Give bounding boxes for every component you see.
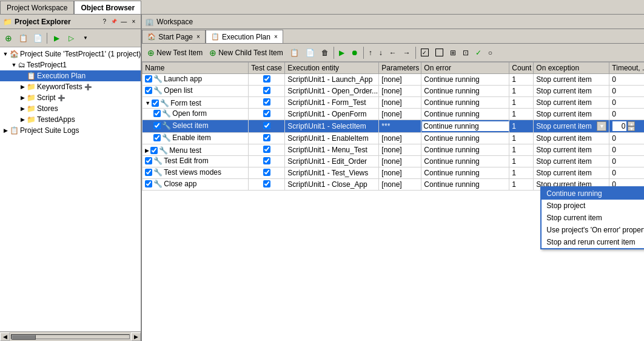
circle-btn[interactable]: ○ [485,46,495,60]
run2-btn[interactable]: ▷ [64,32,78,45]
expander-testedapps[interactable]: ▶ [18,115,27,124]
testcase-check[interactable] [263,180,270,187]
expander-stores[interactable]: ▶ [18,104,27,113]
tree-item-script[interactable]: ▶ 📁 Script ➕ [0,92,141,103]
left-ep-btn[interactable]: ← [386,46,400,60]
check-menu-test[interactable] [150,147,158,154]
tab-project-workspace[interactable]: Project Workspace [0,1,74,14]
table-row[interactable]: 🔧 Test views modes Script\Unit1 - Test_V… [143,167,644,179]
table-container[interactable]: Name Test case Execution entity Paramete… [142,62,644,341]
timeout-input[interactable] [612,121,627,132]
table-row[interactable]: 🔧 Test Edit from Script\Unit1 - Edit_Ord… [143,156,644,167]
cell-onerror-select-item[interactable]: ▼ [421,120,509,133]
dropdown-item-continue[interactable]: Continue running [542,187,644,200]
up-ep-btn[interactable]: ↑ [366,46,375,60]
table-row[interactable]: 🔧 Open form Script\Unit1 - OpenForm [non… [143,109,644,120]
table-row[interactable]: 🔧 Launch app Script\Unit1 - Launch_App [… [143,74,644,86]
testcase-check[interactable] [263,122,270,129]
table-row[interactable]: ▼ 🔧 Form test Script\Unit1 - Form_Test [… [143,97,644,109]
tree-item-kwtests[interactable]: ▶ 📁 KeywordTests ➕ [0,81,141,92]
expander-script[interactable]: ▶ [18,93,27,102]
list-view-btn[interactable]: ⊡ [460,46,472,60]
onerror-dropdown-cell[interactable]: ▼ [421,121,509,132]
timeout-spin-up[interactable]: ▲ [628,121,635,126]
tree-item-project1[interactable]: ▼ 🗂 TestProject1 [0,59,141,70]
check-select-item[interactable] [153,122,161,129]
check-enable-item[interactable] [153,134,161,141]
left-panel-scrollbar[interactable]: ◀ ▶ [0,331,141,341]
help-icon-btn[interactable]: ? [100,18,109,26]
testcase-check[interactable] [263,75,270,83]
check-test-edit[interactable] [145,157,152,164]
dropdown-item-stop-current[interactable]: Stop current item [542,212,644,224]
kwtests-add-icon[interactable]: ➕ [84,84,92,90]
table-row[interactable]: 🔧 Open list Script\Unit1 - Open_Order...… [143,86,644,97]
check-icon-btn[interactable]: ✓ [472,46,485,60]
scroll-right-btn[interactable]: ▶ [131,333,141,341]
check-test-views[interactable] [145,169,152,176]
run-btn[interactable]: ▶ [50,32,63,45]
new-test-item-btn[interactable]: ⊕ New Test Item [144,46,206,60]
script-add-icon[interactable]: ➕ [58,95,65,101]
paste-btn[interactable]: 📄 [31,32,44,45]
record-ep-btn[interactable]: ⏺ [348,46,361,60]
tab-start-page[interactable]: 🏠 Start Page × [142,30,206,43]
new-child-test-item-btn[interactable]: ⊕ New Child Test Item [206,46,286,60]
testcase-check[interactable] [263,157,270,164]
exec-plan-close[interactable]: × [274,33,278,40]
timeout-spin[interactable]: ▲ ▼ [612,121,644,132]
check-form-test[interactable] [152,100,159,107]
testcase-check[interactable] [263,134,270,141]
expander-menu-test[interactable]: ▶ [145,147,149,154]
scroll-thumb[interactable] [12,335,36,340]
uncheck-all-btn[interactable] [432,46,446,60]
dropdown-item-stop-rerun[interactable]: Stop and rerun current item [542,236,644,248]
exception-dropdown-cell[interactable]: Stop current item ▼ [536,121,606,131]
exception-dropdown-btn[interactable]: ▼ [597,121,606,131]
start-page-close[interactable]: × [196,33,200,40]
run-ep-btn[interactable]: ▶ [336,46,347,60]
testcase-check[interactable] [263,110,270,117]
dropdown-btn[interactable]: ▼ [79,32,92,45]
close-icon-btn[interactable]: × [129,18,138,26]
cell-timeout-select-item[interactable]: ▲ ▼ [609,120,644,133]
expander-suitelogs[interactable]: ▶ [1,126,10,135]
delete-ep-btn[interactable]: 🗑 [318,46,332,60]
add-btn[interactable]: ⊕ [2,32,15,45]
paste-ep-btn[interactable]: 📄 [303,46,318,60]
tree-area[interactable]: ▼ 🏠 Project Suite 'TestProject1' (1 proj… [0,47,141,331]
tab-exec-plan[interactable]: 📋 Execution Plan × [206,30,283,43]
dropdown-item-use-property[interactable]: Use project's 'On error' property [542,224,644,236]
minimize-icon-btn[interactable]: — [119,18,128,26]
testcase-check[interactable] [263,169,270,176]
right-ep-btn[interactable]: → [400,46,414,60]
table-row[interactable]: 🔧 Enable item Script\Unit1 - EnableItem … [143,133,644,144]
testcase-check[interactable] [263,146,270,153]
expander-kwtests[interactable]: ▶ [18,83,27,91]
copy-ep-btn[interactable]: 📋 [287,46,302,60]
tree-item-suitelogs[interactable]: ▶ 📋 Project Suite Logs [0,125,141,136]
table-row[interactable]: ▶ 🔧 Menu test Script\Unit1 - Menu_Test [… [143,144,644,156]
tree-item-testedapps[interactable]: ▶ 📁 TestedApps [0,114,141,125]
tab-object-browser[interactable]: Object Browser [74,1,141,14]
pin-icon-btn[interactable]: 📌 [110,18,118,26]
cell-onexception-select-item[interactable]: Stop current item ▼ [534,120,609,133]
copy-btn[interactable]: 📋 [16,32,30,45]
expander-execplan[interactable] [18,72,27,80]
check-open-list[interactable] [145,87,152,94]
onerror-dropdown[interactable]: Continue running Stop project Stop curre… [540,186,644,249]
testcase-check[interactable] [263,87,270,94]
down-ep-btn[interactable]: ↓ [376,46,386,60]
scroll-track[interactable] [11,334,130,339]
check-launch-app[interactable] [145,75,152,83]
expander-suite1[interactable]: ▼ [1,50,10,58]
tree-item-execplan[interactable]: 📋 Execution Plan [0,70,141,81]
check-open-form[interactable] [153,110,161,117]
check-all-btn[interactable]: ✓ [418,46,432,60]
tree-item-suite1[interactable]: ▼ 🏠 Project Suite 'TestProject1' (1 proj… [0,49,141,59]
grid-view-btn[interactable]: ⊞ [447,46,459,60]
timeout-spin-down[interactable]: ▼ [628,126,635,131]
tree-item-stores[interactable]: ▶ 📁 Stores [0,103,141,114]
table-row-select-item[interactable]: 🔧 Select item Script\Unit1 - SelectItem … [143,120,644,133]
onerror-input[interactable] [421,121,509,132]
